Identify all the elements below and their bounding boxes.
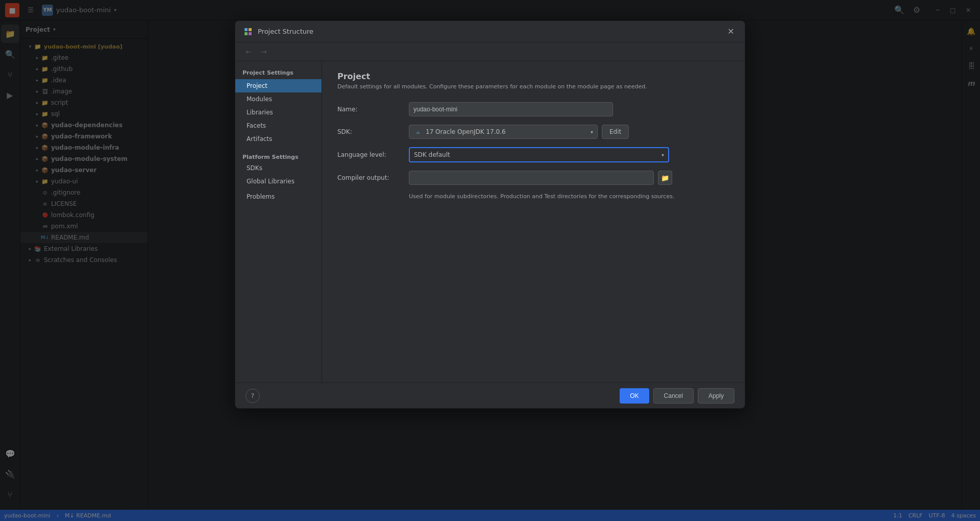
cancel-button[interactable]: Cancel — [653, 388, 694, 404]
nav-forward-button[interactable]: → — [258, 45, 270, 58]
sidebar-label-project: Project — [247, 82, 267, 89]
sdk-field-control: ☕ 17 Oracle OpenJDK 17.0.6 ▾ Edit — [409, 125, 729, 139]
nav-back-button[interactable]: ← — [242, 45, 255, 58]
sidebar-item-modules[interactable]: Modules — [235, 92, 322, 106]
sidebar-label-libraries: Libraries — [247, 109, 273, 116]
sdk-label: SDK: — [337, 128, 409, 135]
compiler-folder-button[interactable]: 📁 — [658, 171, 672, 185]
language-level-arrow: ▾ — [662, 152, 664, 158]
dialog-title-text: Project Structure — [258, 28, 313, 35]
sidebar-item-facets[interactable]: Facets — [235, 119, 322, 132]
project-structure-dialog: Project Structure ✕ ← → Project Settings… — [235, 20, 745, 409]
compiler-row: 📁 — [409, 171, 729, 185]
language-level-control: SDK default ▾ — [409, 147, 729, 162]
svg-rect-1 — [249, 28, 252, 31]
project-settings-label: Project Settings — [235, 67, 322, 78]
name-field-control — [409, 102, 729, 116]
sidebar-label-problems: Problems — [247, 193, 275, 200]
sidebar-item-sdks[interactable]: SDKs — [235, 161, 322, 175]
compiler-hint: Used for module subdirectories. Producti… — [337, 193, 729, 200]
dialog-body: Project Settings Project Modules Librari… — [235, 61, 745, 383]
name-input[interactable] — [409, 102, 613, 116]
platform-settings-label: Platform Settings — [235, 150, 322, 161]
sdk-field-row: SDK: ☕ 17 Oracle OpenJDK 17.0.6 ▾ Edit — [337, 125, 729, 139]
compiler-output-label: Compiler output: — [337, 174, 409, 181]
compiler-output-control: 📁 — [409, 171, 729, 185]
sdk-edit-button[interactable]: Edit — [602, 125, 629, 139]
dialog-title-bar: Project Structure ✕ — [235, 21, 745, 42]
sdk-select-value: ☕ 17 Oracle OpenJDK 17.0.6 — [413, 127, 506, 136]
apply-button[interactable]: Apply — [698, 388, 734, 404]
sidebar-item-problems[interactable]: Problems — [235, 190, 322, 203]
sdk-row: ☕ 17 Oracle OpenJDK 17.0.6 ▾ Edit — [409, 125, 729, 139]
sdk-dropdown[interactable]: ☕ 17 Oracle OpenJDK 17.0.6 ▾ — [409, 125, 598, 139]
dialog-overlay: Project Structure ✕ ← → Project Settings… — [0, 0, 980, 521]
sidebar-label-facets: Facets — [247, 122, 266, 129]
dialog-nav: ← → — [235, 42, 745, 61]
sidebar-item-libraries[interactable]: Libraries — [235, 106, 322, 119]
compiler-output-input[interactable] — [409, 171, 654, 185]
ok-button[interactable]: OK — [620, 388, 649, 404]
svg-rect-0 — [244, 28, 248, 31]
sdk-version-text: 17 Oracle OpenJDK 17.0.6 — [426, 128, 506, 135]
sidebar-label-sdks: SDKs — [247, 164, 262, 172]
content-title: Project — [337, 72, 729, 81]
svg-rect-3 — [249, 32, 252, 35]
dialog-close-button[interactable]: ✕ — [724, 25, 738, 38]
dialog-icon — [242, 26, 254, 37]
compiler-output-row: Compiler output: 📁 — [337, 171, 729, 185]
language-level-label: Language level: — [337, 151, 409, 158]
dialog-main-content: Project Default settings for all modules… — [322, 61, 745, 383]
help-button[interactable]: ? — [246, 389, 260, 403]
language-level-value: SDK default — [414, 151, 450, 158]
dialog-footer: ? OK Cancel Apply — [235, 383, 745, 408]
dialog-sidebar: Project Settings Project Modules Librari… — [235, 61, 322, 383]
svg-rect-2 — [244, 32, 248, 35]
language-level-dropdown[interactable]: SDK default ▾ — [409, 147, 669, 162]
content-description: Default settings for all modules. Config… — [337, 83, 729, 90]
sidebar-item-global-libraries[interactable]: Global Libraries — [235, 175, 322, 188]
name-field-row: Name: — [337, 102, 729, 116]
sidebar-item-project[interactable]: Project — [235, 79, 322, 92]
name-label: Name: — [337, 106, 409, 113]
sdk-dropdown-arrow: ▾ — [591, 129, 593, 135]
sidebar-label-artifacts: Artifacts — [247, 135, 272, 143]
sidebar-label-modules: Modules — [247, 96, 272, 103]
language-level-row: Language level: SDK default ▾ — [337, 147, 729, 162]
sidebar-item-artifacts[interactable]: Artifacts — [235, 132, 322, 146]
sidebar-label-global-libraries: Global Libraries — [247, 178, 295, 185]
sdk-java-icon: ☕ — [413, 127, 423, 136]
